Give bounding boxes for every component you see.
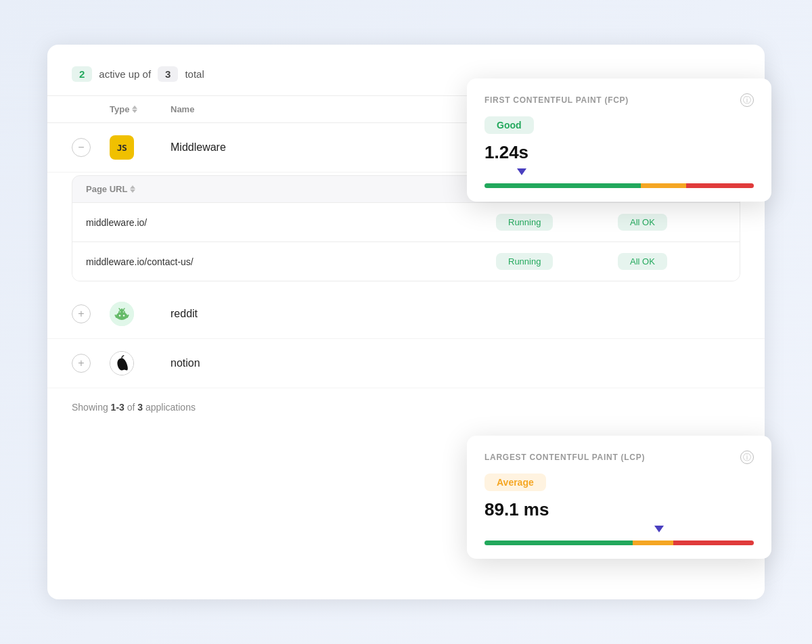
fcp-bar	[484, 183, 754, 188]
fcp-caret	[517, 168, 526, 175]
page-status-2: All OK	[618, 253, 667, 270]
lcp-caret	[654, 526, 664, 532]
svg-point-3	[119, 315, 120, 316]
app-icon-middleware: JS	[110, 135, 134, 160]
collapse-button-middleware[interactable]: −	[72, 138, 91, 157]
svg-line-6	[127, 315, 129, 317]
lcp-bar	[484, 540, 754, 545]
footer-count: 3	[137, 402, 143, 413]
page-url-2: middleware.io/contact-us/	[86, 256, 496, 267]
svg-point-10	[123, 311, 125, 313]
fcp-title: FIRST CONTENTFUL PAINT (FCP)	[484, 95, 629, 105]
svg-point-4	[123, 315, 125, 316]
table-row: +	[47, 290, 765, 339]
lcp-info-icon[interactable]: ⓘ	[740, 451, 754, 464]
fcp-caret-row	[484, 168, 754, 178]
main-card: 2 active up of 3 total Type Name − JS Mi…	[47, 45, 765, 599]
app-name-reddit: reddit	[171, 308, 740, 320]
lcp-bar-green	[484, 540, 633, 545]
footer: Showing 1-3 of 3 applications	[47, 388, 765, 413]
lcp-title: LARGEST CONTENTFUL PAINT (LCP)	[484, 453, 645, 462]
col-type: Type	[110, 104, 171, 114]
footer-of: of	[125, 402, 137, 413]
lcp-badge: Average	[484, 474, 546, 491]
footer-suffix: applications	[143, 402, 196, 413]
app-name-notion: notion	[171, 357, 740, 369]
summary-active-label: active up of	[99, 68, 151, 80]
lcp-value: 89.1 ms	[484, 499, 754, 520]
sub-table-row: middleware.io/contact-us/ Running All OK	[72, 242, 740, 281]
svg-point-8	[118, 310, 125, 315]
table-row: + notion	[47, 339, 765, 388]
summary-total-label: total	[185, 68, 204, 80]
lcp-bar-red	[673, 540, 754, 545]
fcp-indicator	[484, 168, 754, 188]
fcp-badge: Good	[484, 116, 534, 134]
fcp-value: 1.24s	[484, 142, 754, 163]
fcp-bar-red	[686, 183, 754, 188]
monitor-status-2: Running	[496, 253, 553, 270]
svg-point-9	[120, 311, 121, 313]
expand-button-notion[interactable]: +	[72, 354, 91, 373]
sort-icon-url	[130, 185, 135, 193]
lcp-caret-row	[484, 526, 754, 535]
active-count-badge: 2	[72, 66, 92, 82]
footer-range: 1-3	[111, 402, 125, 413]
svg-line-5	[116, 315, 117, 317]
fcp-popup: FIRST CONTENTFUL PAINT (FCP) ⓘ Good 1.24…	[467, 78, 771, 202]
lcp-indicator	[484, 526, 754, 545]
fcp-bar-orange	[641, 183, 687, 188]
app-icon-notion	[110, 351, 134, 375]
page-status-1: All OK	[618, 214, 667, 231]
sort-icon-type	[132, 106, 137, 113]
sub-col-url: Page URL	[86, 184, 496, 194]
fcp-bar-green	[484, 183, 641, 188]
lcp-title-row: LARGEST CONTENTFUL PAINT (LCP) ⓘ	[484, 451, 754, 464]
lcp-bar-orange	[633, 540, 673, 545]
lcp-popup: LARGEST CONTENTFUL PAINT (LCP) ⓘ Average…	[467, 436, 771, 559]
fcp-title-row: FIRST CONTENTFUL PAINT (FCP) ⓘ	[484, 93, 754, 107]
total-count-badge: 3	[158, 66, 178, 82]
footer-prefix: Showing	[72, 402, 111, 413]
expand-button-reddit[interactable]: +	[72, 304, 91, 323]
sub-table-row: middleware.io/ Running All OK	[72, 203, 740, 242]
page-url-1: middleware.io/	[86, 217, 496, 228]
app-icon-reddit	[110, 302, 134, 326]
fcp-info-icon[interactable]: ⓘ	[740, 93, 754, 107]
monitor-status-1: Running	[496, 214, 553, 231]
